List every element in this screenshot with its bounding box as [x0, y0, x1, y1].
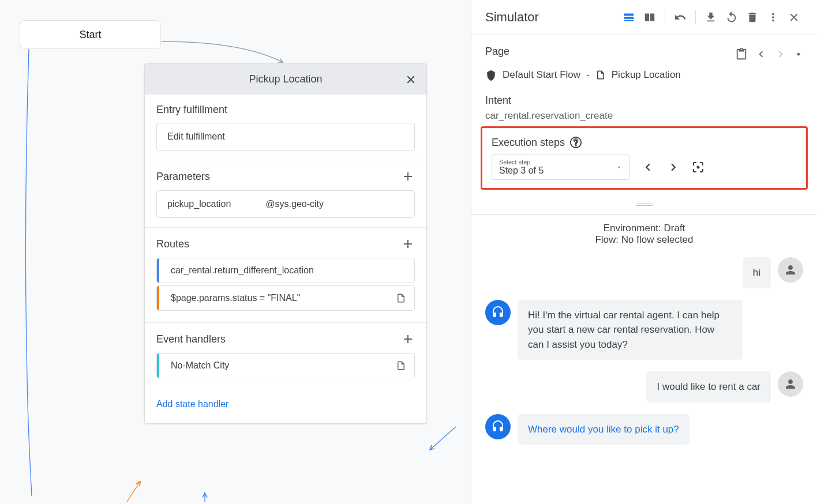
entry-fulfillment-section: Entry fulfillment Edit fulfillment: [145, 95, 426, 160]
undo-icon[interactable]: [671, 8, 689, 27]
reset-icon[interactable]: [722, 8, 741, 27]
view-split-icon[interactable]: [640, 8, 659, 27]
clipboard-icon[interactable]: [735, 48, 748, 61]
edit-fulfillment-button[interactable]: Edit fulfillment: [156, 123, 415, 151]
divider: [665, 10, 665, 24]
routes-title: Routes: [156, 238, 189, 250]
close-icon[interactable]: [404, 73, 417, 86]
chevron-down-icon: [616, 164, 623, 171]
page-icon: [595, 70, 606, 80]
execution-steps-box: Execution steps ? Select step Step 3 of …: [481, 126, 808, 190]
svg-point-2: [697, 166, 700, 169]
breadcrumb-page[interactable]: Pickup Location: [612, 69, 681, 81]
divider: [695, 10, 696, 24]
parameters-section: Parameters pickup_location @sys.geo-city: [145, 160, 426, 228]
add-route-icon[interactable]: [401, 237, 415, 251]
step-next-icon[interactable]: [666, 160, 681, 175]
start-node[interactable]: Start: [20, 20, 161, 49]
page-icon: [396, 293, 406, 303]
step-prev-icon[interactable]: [640, 160, 655, 175]
breadcrumb: Default Start Flow - Pickup Location: [485, 69, 803, 81]
collapse-icon[interactable]: [794, 50, 803, 59]
simulator-title: Simulator: [485, 10, 539, 25]
simulator-panel: Simulator: [471, 0, 817, 504]
execution-steps-title: Execution steps: [492, 137, 565, 149]
chat-bubble: hi: [743, 257, 771, 288]
route-item[interactable]: car_rental.return_different_location: [156, 258, 415, 283]
close-simulator-icon[interactable]: [785, 8, 803, 27]
delete-icon[interactable]: [743, 8, 762, 27]
download-icon[interactable]: [702, 8, 720, 27]
page-label: Page: [485, 46, 509, 58]
simulator-body: Page Default Start Flow: [471, 35, 817, 445]
event-handler-item[interactable]: No-Match City: [156, 353, 415, 378]
parameter-type: @sys.geo-city: [265, 199, 324, 209]
route-label: $page.params.status = "FINAL": [171, 293, 300, 303]
chat-area: Environment: Draft Flow: No flow selecte…: [471, 214, 817, 445]
route-label: car_rental.return_different_location: [171, 265, 314, 276]
agent-avatar-icon: [485, 300, 511, 325]
intent-label: Intent: [485, 95, 803, 107]
page-editor-panel: Pickup Location Entry fulfillment Edit f…: [144, 63, 427, 424]
svg-text:?: ?: [574, 138, 578, 147]
simulator-header: Simulator: [471, 0, 817, 35]
add-parameter-icon[interactable]: [401, 170, 415, 183]
start-node-label: Start: [79, 29, 101, 41]
page-nav: [735, 48, 803, 61]
route-item[interactable]: $page.params.status = "FINAL": [156, 285, 415, 311]
step-select-label: Select step: [499, 159, 623, 166]
focus-icon[interactable]: [691, 160, 705, 174]
page-panel-title: Pickup Location: [249, 73, 322, 85]
simulator-toolbar: [620, 8, 803, 27]
chat-environment: Environment: Draft: [485, 223, 803, 234]
chevron-right-icon[interactable]: [774, 48, 787, 61]
user-avatar-icon: [778, 257, 803, 283]
chevron-left-icon[interactable]: [755, 48, 767, 61]
drag-handle[interactable]: [636, 204, 653, 206]
parameters-title: Parameters: [156, 171, 210, 183]
event-handler-label: No-Match City: [171, 360, 229, 371]
add-state-handler-link[interactable]: Add state handler: [145, 390, 426, 423]
help-icon[interactable]: ?: [569, 136, 582, 149]
intent-value: car_rental.reservation_create: [485, 110, 803, 122]
event-handlers-title: Event handlers: [156, 333, 226, 345]
more-icon[interactable]: [764, 8, 782, 27]
chat-meta: Environment: Draft Flow: No flow selecte…: [485, 215, 803, 257]
chat-flow: Flow: No flow selected: [485, 234, 803, 246]
view-full-icon[interactable]: [620, 8, 638, 27]
flow-icon: [485, 69, 497, 81]
agent-avatar-icon: [485, 414, 511, 439]
parameter-row[interactable]: pickup_location @sys.geo-city: [156, 190, 415, 218]
chat-message-agent: Where would you like to pick it up?: [485, 414, 803, 445]
chat-message-agent: Hi! I'm the virtual car rental agent. I …: [485, 300, 803, 360]
chat-bubble: Where would you like to pick it up?: [518, 414, 689, 445]
breadcrumb-flow[interactable]: Default Start Flow: [503, 69, 580, 81]
add-event-handler-icon[interactable]: [401, 332, 415, 346]
event-handlers-section: Event handlers No-Match City: [145, 323, 426, 390]
step-select-value: Step 3 of 5: [499, 166, 623, 176]
simulator-page-row: Page: [485, 46, 803, 62]
chat-bubble: Hi! I'm the virtual car rental agent. I …: [518, 300, 743, 360]
page-panel-header: Pickup Location: [145, 64, 426, 95]
chat-bubble: I would like to rent a car: [646, 371, 771, 403]
routes-section: Routes car_rental.return_different_locat…: [145, 228, 426, 323]
user-avatar-icon: [778, 371, 803, 397]
chat-message-user: I would like to rent a car: [485, 371, 803, 403]
page-icon: [396, 360, 406, 371]
breadcrumb-separator: -: [586, 69, 590, 81]
entry-fulfillment-title: Entry fulfillment: [156, 104, 227, 116]
step-select[interactable]: Select step Step 3 of 5: [492, 155, 630, 180]
parameter-name: pickup_location: [167, 199, 231, 209]
chat-message-user: hi: [485, 257, 803, 288]
